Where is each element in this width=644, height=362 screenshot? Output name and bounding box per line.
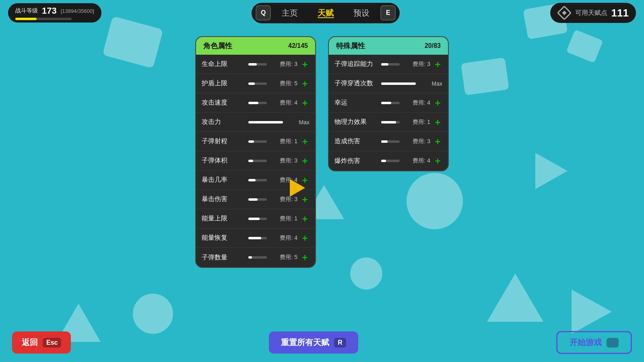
row-bulletsize: 子弹体积 费用: 3 ＋	[196, 151, 315, 171]
level-value: 173	[42, 6, 57, 16]
attr-energy-name: 能量上限	[202, 214, 246, 223]
row-luck: 幸运 费用: 4 ＋	[329, 93, 448, 113]
card-character-attrs: 角色属性 42/145 生命上限 费用: 3 ＋ 护盾上限 费用: 5 ＋ 攻击…	[195, 36, 316, 268]
attr-tracking-bar	[381, 63, 400, 66]
attr-bulletcount-bar	[248, 256, 267, 259]
tab-preset[interactable]: 预设	[345, 5, 378, 21]
attr-pierce-max: Max	[418, 80, 442, 87]
attr-physics-plus[interactable]: ＋	[433, 118, 442, 127]
attr-energy-plus[interactable]: ＋	[300, 214, 310, 223]
attr-atk-bar	[248, 121, 283, 123]
e-key-button[interactable]: E	[380, 5, 396, 21]
attr-shield-plus[interactable]: ＋	[300, 79, 310, 88]
bottom-bar: 返回 Esc 重置所有天赋 R 开始游戏 G	[0, 331, 644, 354]
attr-atk-name: 攻击力	[202, 118, 246, 126]
attr-pierce-bar	[381, 82, 416, 85]
attr-energyrec-name: 能量恢复	[202, 234, 246, 242]
attr-atkspd-bar	[248, 102, 267, 104]
attr-atkspd-plus[interactable]: ＋	[300, 99, 310, 107]
start-label: 开始游戏	[570, 337, 602, 348]
exp-bar	[15, 18, 72, 20]
attr-range-plus[interactable]: ＋	[300, 137, 310, 146]
row-physics: 物理力效果 费用: 1 ＋	[329, 113, 448, 132]
attr-range-bar	[248, 140, 267, 143]
attr-expldam-cost: 费用: 4	[402, 157, 430, 165]
attr-dealdam-plus[interactable]: ＋	[433, 137, 442, 146]
attr-tracking-name: 子弹追踪能力	[334, 60, 379, 68]
row-atkspd: 攻击速度 费用: 4 ＋	[196, 93, 315, 113]
level-badge: 战斗等级 173 [13894/35600]	[8, 3, 101, 23]
attr-critdmg-bar	[248, 198, 267, 201]
card-left-header: 角色属性 42/145	[196, 37, 315, 55]
card-right-title: 特殊属性	[336, 41, 365, 51]
bg-tri-right-bot	[572, 290, 612, 334]
attr-expldam-plus[interactable]: ＋	[433, 156, 442, 165]
attr-dealdam-name: 造成伤害	[334, 137, 379, 146]
tab-talent[interactable]: 天赋	[309, 5, 343, 21]
level-exp: [13894/35600]	[61, 8, 94, 14]
back-key: Esc	[43, 338, 61, 348]
reset-key: R	[334, 338, 346, 348]
attr-critrate-name: 暴击几率	[202, 176, 246, 184]
card-left-title: 角色属性	[203, 41, 232, 51]
attr-hp-bar	[248, 63, 267, 66]
card-special-attrs: 特殊属性 20/83 子弹追踪能力 费用: 3 ＋ 子弹穿透次数 Max 幸运 …	[328, 36, 449, 171]
attr-dealdam-bar	[381, 140, 400, 143]
attr-bulletsize-plus[interactable]: ＋	[300, 156, 310, 165]
attr-pierce-name: 子弹穿透次数	[334, 79, 379, 88]
level-label: 战斗等级	[15, 7, 38, 14]
row-range: 子弹射程 费用: 1 ＋	[196, 132, 315, 151]
attr-bulletcount-plus[interactable]: ＋	[300, 253, 310, 262]
attr-luck-bar	[381, 102, 400, 104]
row-tracking: 子弹追踪能力 费用: 3 ＋	[329, 55, 448, 74]
attr-range-name: 子弹射程	[202, 137, 246, 146]
attr-energyrec-cost: 费用: 4	[269, 234, 297, 242]
start-button[interactable]: 开始游戏 G	[556, 331, 632, 354]
points-value: 111	[611, 7, 629, 19]
attr-range-cost: 费用: 1	[269, 138, 297, 145]
attr-shield-bar	[248, 82, 267, 85]
row-pierce: 子弹穿透次数 Max	[329, 74, 448, 93]
card-right-count: 20/83	[425, 42, 441, 49]
card-left-count: 42/145	[288, 42, 308, 49]
attr-atk-max: Max	[285, 119, 310, 125]
row-dealdam: 造成伤害 费用: 3 ＋	[329, 132, 448, 151]
attr-energyrec-bar	[248, 237, 267, 239]
orange-arrow	[290, 179, 305, 197]
row-expldam: 爆炸伤害 费用: 4 ＋	[329, 151, 448, 171]
attr-hp-name: 生命上限	[202, 60, 246, 68]
attr-bulletcount-cost: 费用: 5	[269, 254, 297, 261]
q-key-button[interactable]: Q	[256, 5, 271, 21]
row-energy: 能量上限 费用: 1 ＋	[196, 209, 315, 228]
attr-atkspd-cost: 费用: 4	[269, 99, 297, 107]
reset-button[interactable]: 重置所有天赋 R	[269, 331, 358, 354]
attr-bulletcount-name: 子弹数量	[202, 253, 246, 262]
attr-hp-plus[interactable]: ＋	[300, 60, 310, 69]
attr-physics-bar	[381, 121, 400, 123]
row-energyrec: 能量恢复 费用: 4 ＋	[196, 228, 315, 248]
attr-critdmg-cost: 费用: 3	[269, 196, 297, 203]
row-bulletcount: 子弹数量 费用: 5 ＋	[196, 248, 315, 267]
attr-luck-plus[interactable]: ＋	[433, 99, 442, 107]
attr-physics-name: 物理力效果	[334, 118, 379, 126]
back-label: 返回	[22, 337, 38, 348]
attr-bulletsize-bar	[248, 160, 267, 162]
attr-critdmg-name: 暴击伤害	[202, 195, 246, 204]
exp-fill	[15, 18, 37, 20]
top-bar: 战斗等级 173 [13894/35600] Q 主页 天赋 预设 E 可用天赋…	[0, 0, 644, 26]
attr-tracking-cost: 费用: 3	[402, 61, 430, 68]
attr-energyrec-plus[interactable]: ＋	[300, 234, 310, 243]
main-content: 角色属性 42/145 生命上限 费用: 3 ＋ 护盾上限 费用: 5 ＋ 攻击…	[0, 28, 644, 276]
back-button[interactable]: 返回 Esc	[12, 331, 71, 354]
attr-energy-cost: 费用: 1	[269, 215, 297, 222]
attr-atkspd-name: 攻击速度	[202, 99, 246, 107]
points-badge: 可用天赋点 111	[550, 3, 636, 23]
tab-home[interactable]: 主页	[273, 5, 307, 21]
attr-luck-name: 幸运	[334, 99, 379, 107]
start-key: G	[607, 338, 619, 348]
attr-tracking-plus[interactable]: ＋	[433, 60, 442, 69]
attr-bulletsize-cost: 费用: 3	[269, 157, 297, 165]
nav-tabs: Q 主页 天赋 预设 E	[252, 3, 400, 23]
attr-dealdam-cost: 费用: 3	[402, 138, 430, 145]
row-hp: 生命上限 费用: 3 ＋	[196, 55, 315, 74]
